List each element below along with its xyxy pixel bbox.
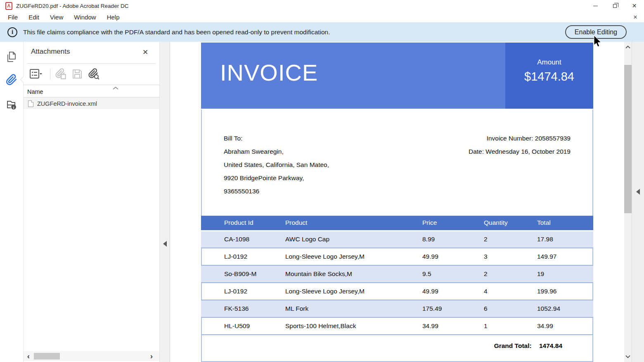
invoice-meta-block: Invoice Number: 2058557939 Date: Wednesd… xyxy=(469,132,571,158)
cell-quantity: 1 xyxy=(484,317,537,335)
cell-total: 1052.94 xyxy=(537,300,593,317)
options-list-icon xyxy=(29,69,43,79)
table-row: FK-5136 ML Fork 175.49 6 1052.94 xyxy=(201,300,593,317)
attachments-panel-title: Attachments xyxy=(31,48,70,56)
search-attachments-button[interactable] xyxy=(87,67,100,81)
scroll-up-button[interactable] xyxy=(624,42,632,52)
vertical-scrollbar[interactable] xyxy=(624,42,632,362)
save-icon xyxy=(71,68,83,80)
menu-window[interactable]: Window xyxy=(69,12,101,22)
cell-price: 34.99 xyxy=(422,317,484,335)
cell-quantity: 2 xyxy=(484,265,537,283)
cell-total: 34.99 xyxy=(537,317,593,335)
menu-view[interactable]: View xyxy=(45,12,69,22)
cell-product: Mountain Bike Socks,M xyxy=(285,265,422,283)
scroll-right-icon[interactable]: › xyxy=(147,351,156,361)
table-row: HL-U509 Sports-100 Helmet,Black 34.99 1 … xyxy=(201,317,593,335)
bill-to-phone: 9365550136 xyxy=(224,185,329,198)
cell-quantity: 6 xyxy=(484,300,537,317)
cell-total: 17.98 xyxy=(537,231,593,248)
file-icon xyxy=(28,100,33,107)
expand-right-panel-arrow-icon[interactable] xyxy=(636,189,640,195)
mouse-cursor xyxy=(594,36,603,48)
invoice-title: INVOICE xyxy=(220,59,318,86)
cube-info-icon: i xyxy=(6,99,17,110)
cell-price: 8.99 xyxy=(422,231,484,248)
right-panel-strip[interactable] xyxy=(632,42,644,362)
invoice-number: Invoice Number: 2058557939 xyxy=(469,132,571,145)
cell-price: 49.99 xyxy=(422,248,484,265)
col-quantity: Quantity xyxy=(484,216,537,231)
save-attachment-button[interactable] xyxy=(71,67,84,81)
attachments-toolbar xyxy=(24,66,159,82)
vertical-scrollbar-thumb[interactable] xyxy=(624,65,632,213)
grand-total-value: 1474.84 xyxy=(539,342,562,349)
open-attachment-button[interactable] xyxy=(54,67,67,81)
name-column-label: Name xyxy=(27,88,43,95)
navigation-pane-strip: i xyxy=(0,42,24,362)
cell-product: ML Fork xyxy=(285,300,422,317)
pdf-page: Amount $1474.84 INVOICE Bill To: Abraham… xyxy=(201,43,593,362)
cell-product: Long-Sleeve Logo Jersey,M xyxy=(285,283,422,300)
collapse-panel-strip[interactable] xyxy=(159,42,170,362)
cell-product-id: LJ-0192 xyxy=(201,248,285,265)
horizontal-scrollbar-thumb[interactable] xyxy=(34,353,60,360)
scroll-left-icon[interactable]: ‹ xyxy=(24,351,33,361)
cell-total: 149.97 xyxy=(537,248,593,265)
chevron-up-icon xyxy=(625,45,630,49)
restore-button[interactable] xyxy=(605,0,625,12)
model-tree-button[interactable]: i xyxy=(5,98,18,111)
collapse-panel-arrow-icon[interactable] xyxy=(163,241,167,247)
notification-message: This file claims compliance with the PDF… xyxy=(23,29,330,36)
panel-divider xyxy=(27,63,156,64)
bill-to-region: United States, California, San Mateo, xyxy=(224,158,329,171)
menu-edit[interactable]: Edit xyxy=(23,12,45,22)
table-row: So-B909-M Mountain Bike Socks,M 9.5 2 19 xyxy=(201,265,593,283)
document-close-icon[interactable]: ✕ xyxy=(630,12,641,22)
window-controls: ✕ xyxy=(586,0,644,12)
invoice-amount-box: Amount $1474.84 xyxy=(505,43,593,109)
info-icon: i xyxy=(7,27,17,37)
panel-close-icon[interactable]: ✕ xyxy=(140,47,150,57)
invoice-items-table: Product Id Product Price Quantity Total … xyxy=(201,216,593,335)
cell-price: 175.49 xyxy=(422,300,484,317)
paperclip-icon xyxy=(6,74,17,86)
col-price: Price xyxy=(422,216,484,231)
cell-product-id: CA-1098 xyxy=(201,231,285,248)
cell-quantity: 4 xyxy=(484,283,537,300)
cell-product-id: LJ-0192 xyxy=(201,283,285,300)
bill-to-street: 9920 BridgePointe Parkway, xyxy=(224,171,329,185)
page-thumbnails-button[interactable] xyxy=(5,51,18,63)
window-title: ZUGFeRD20.pdf - Adobe Acrobat Reader DC xyxy=(16,3,128,9)
attachments-button[interactable] xyxy=(5,74,18,86)
menu-file[interactable]: File xyxy=(2,12,23,22)
cell-product: Long-Sleeve Logo Jersey,M xyxy=(285,248,422,265)
col-total: Total xyxy=(537,216,593,231)
minimize-button[interactable] xyxy=(586,0,605,12)
cell-quantity: 2 xyxy=(484,231,537,248)
cell-total: 199.96 xyxy=(537,283,593,300)
amount-label: Amount xyxy=(537,58,561,67)
horizontal-scrollbar[interactable]: ‹ › xyxy=(24,351,159,361)
menu-help[interactable]: Help xyxy=(102,12,125,22)
col-product: Product xyxy=(285,216,422,231)
cell-product-id: So-B909-M xyxy=(201,265,285,283)
bill-to-label: Bill To: xyxy=(224,132,329,145)
main-area: i Attachments ✕ xyxy=(0,42,644,362)
name-column-header[interactable]: Name xyxy=(24,85,159,98)
attachment-file-row[interactable]: ZUGFeRD-invoice.xml xyxy=(24,98,159,109)
chevron-down-icon xyxy=(625,355,630,358)
cell-quantity: 3 xyxy=(484,248,537,265)
bill-to-block: Bill To: Abraham Swearegin, United State… xyxy=(224,132,329,198)
options-menu-button[interactable] xyxy=(29,67,43,81)
search-attachment-icon xyxy=(88,68,100,80)
minimize-icon xyxy=(593,6,598,6)
cell-price: 49.99 xyxy=(422,283,484,300)
attachments-panel: Attachments ✕ xyxy=(24,42,159,362)
close-button[interactable]: ✕ xyxy=(625,0,644,12)
table-header-row: Product Id Product Price Quantity Total xyxy=(201,216,593,231)
scroll-down-button[interactable] xyxy=(624,351,632,362)
cell-product: Sports-100 Helmet,Black xyxy=(285,317,422,335)
col-product-id: Product Id xyxy=(201,216,285,231)
cell-product-id: FK-5136 xyxy=(201,300,285,317)
